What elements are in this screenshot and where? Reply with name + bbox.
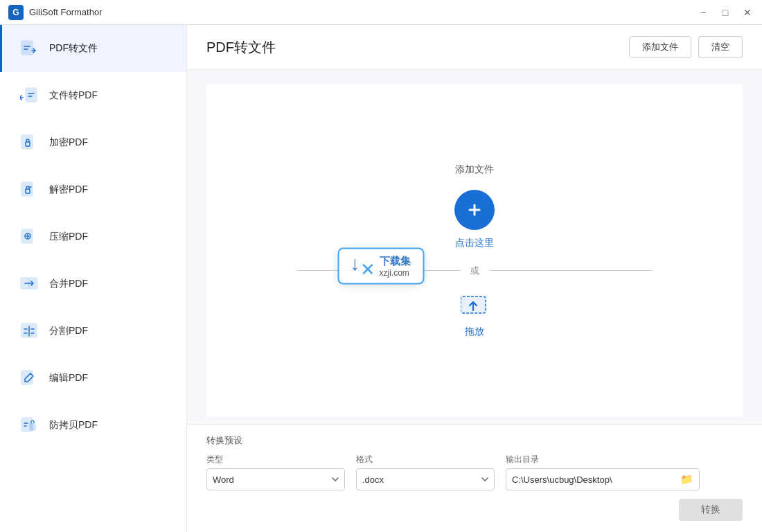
compress-pdf-icon: [19, 227, 39, 247]
sidebar-item-pdf-to-file[interactable]: PDF转文件: [0, 25, 186, 72]
sidebar-item-file-to-pdf[interactable]: 文件转PDF: [0, 72, 186, 119]
convert-button[interactable]: 转换: [679, 499, 743, 521]
type-label: 类型: [206, 454, 345, 466]
sidebar-item-encrypt-pdf[interactable]: 加密PDF: [0, 119, 186, 166]
sidebar-item-pdf-to-file-label: PDF转文件: [49, 42, 98, 55]
content-header: PDF转文件 添加文件 清空: [187, 25, 762, 70]
header-actions: 添加文件 清空: [629, 36, 743, 58]
sidebar-item-decrypt-pdf[interactable]: 解密PDF: [0, 166, 186, 213]
output-path-display: C:\Users\ucbug\Desktop\ 📁: [506, 468, 700, 490]
sidebar-item-decrypt-pdf-label: 解密PDF: [49, 184, 88, 196]
divider-left: [296, 270, 460, 271]
divider-right: [489, 270, 653, 271]
format-select[interactable]: .docx .doc .rtf: [356, 468, 495, 490]
sidebar-item-merge-pdf[interactable]: 合并PDF: [0, 260, 186, 308]
sidebar-item-compress-pdf-label: 压缩PDF: [49, 231, 88, 243]
sidebar-item-edit-pdf[interactable]: 编辑PDF: [0, 355, 186, 402]
clear-button[interactable]: 清空: [698, 36, 743, 58]
type-select[interactable]: Word Excel PowerPoint Image Text HTML: [206, 468, 345, 490]
close-button[interactable]: ✕: [741, 6, 754, 19]
svg-rect-0: [21, 41, 33, 55]
drag-label: 拖放: [465, 326, 484, 338]
minimize-button[interactable]: −: [697, 6, 709, 19]
format-label: 格式: [356, 454, 495, 466]
settings-title: 转换预设: [206, 434, 743, 447]
type-field: 类型 Word Excel PowerPoint Image Text HTML: [206, 454, 345, 490]
sidebar-item-protect-pdf[interactable]: 防拷贝PDF: [0, 402, 186, 449]
page-title: PDF转文件: [206, 38, 276, 57]
drag-drop-area[interactable]: 拖放: [461, 292, 488, 338]
sidebar-item-split-pdf-label: 分割PDF: [49, 325, 88, 337]
encrypt-pdf-icon: [19, 132, 39, 153]
or-text: 或: [470, 265, 479, 277]
add-file-circle-button[interactable]: [454, 190, 495, 230]
sidebar: PDF转文件 文件转PDF 加密PDF: [0, 25, 187, 532]
file-to-pdf-icon: [19, 85, 39, 106]
edit-pdf-icon: [19, 368, 39, 389]
content-area: PDF转文件 添加文件 清空 添加文件 点击这里 或: [187, 25, 762, 532]
sidebar-item-split-pdf[interactable]: 分割PDF: [0, 308, 186, 355]
drop-zone[interactable]: 添加文件 点击这里 或 拖放: [206, 84, 743, 417]
svg-rect-13: [30, 423, 35, 430]
add-file-button[interactable]: 添加文件: [629, 36, 691, 58]
add-file-label: 添加文件: [455, 163, 494, 176]
titlebar: G GiliSoft Formathor − □ ✕: [0, 0, 762, 25]
output-field: 输出目录 C:\Users\ucbug\Desktop\ 📁: [506, 454, 700, 490]
pdf-to-file-icon: [19, 38, 39, 59]
sidebar-item-protect-pdf-label: 防拷贝PDF: [49, 419, 98, 432]
window-controls: − □ ✕: [697, 6, 754, 19]
main-layout: PDF转文件 文件转PDF 加密PDF: [0, 25, 762, 532]
split-pdf-icon: [19, 321, 39, 342]
format-field: 格式 .docx .doc .rtf: [356, 454, 495, 490]
app-logo: G: [8, 5, 24, 20]
click-here-label[interactable]: 点击这里: [455, 237, 494, 249]
sidebar-item-compress-pdf[interactable]: 压缩PDF: [0, 213, 186, 260]
app-title: GiliSoft Formathor: [29, 7, 697, 17]
settings-bar: 转换预设 类型 Word Excel PowerPoint Image Text…: [187, 424, 762, 532]
sidebar-item-encrypt-pdf-label: 加密PDF: [49, 136, 88, 149]
maximize-button[interactable]: □: [719, 6, 732, 19]
svg-rect-1: [26, 88, 37, 102]
sidebar-item-file-to-pdf-label: 文件转PDF: [49, 89, 98, 102]
convert-row: 转换: [206, 499, 743, 521]
decrypt-pdf-icon: [19, 179, 39, 200]
output-label: 输出目录: [506, 454, 700, 466]
output-path-text: C:\Users\ucbug\Desktop\: [512, 475, 676, 485]
sidebar-item-merge-pdf-label: 合并PDF: [49, 278, 88, 290]
or-divider: 或: [296, 265, 653, 277]
drag-drop-icon: [461, 292, 488, 320]
sidebar-item-edit-pdf-label: 编辑PDF: [49, 372, 88, 384]
protect-pdf-icon: [19, 415, 39, 436]
settings-row: 类型 Word Excel PowerPoint Image Text HTML…: [206, 454, 743, 490]
folder-icon[interactable]: 📁: [680, 473, 693, 486]
merge-pdf-icon: [19, 274, 39, 294]
